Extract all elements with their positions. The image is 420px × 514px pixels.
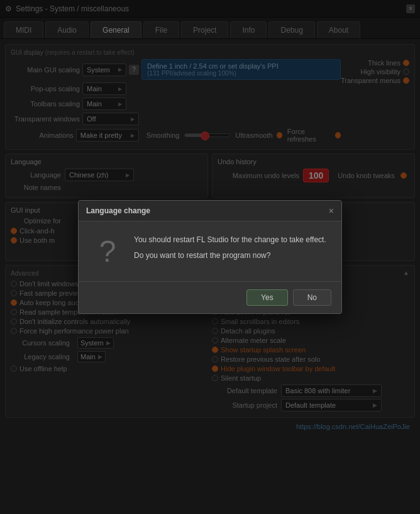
dialog-close-button[interactable]: × — [329, 206, 334, 216]
dialog-message-2: Do you want to restart the program now? — [134, 250, 331, 262]
dialog-overlay: Language change × ? You should restart F… — [0, 0, 420, 514]
dialog-header: Language change × — [79, 201, 341, 221]
dialog-no-button[interactable]: No — [293, 289, 331, 306]
dialog-text: You should restart FL Studio for the cha… — [134, 234, 331, 262]
dialog-message-1: You should restart FL Studio for the cha… — [134, 234, 331, 246]
dialog-yes-button[interactable]: Yes — [246, 289, 288, 306]
dialog-title: Language change — [86, 206, 150, 215]
dialog-question-icon: ? — [89, 234, 126, 269]
dialog-body: ? You should restart FL Studio for the c… — [79, 221, 341, 281]
dialog-footer: Yes No — [79, 281, 341, 313]
language-change-dialog: Language change × ? You should restart F… — [78, 200, 342, 314]
